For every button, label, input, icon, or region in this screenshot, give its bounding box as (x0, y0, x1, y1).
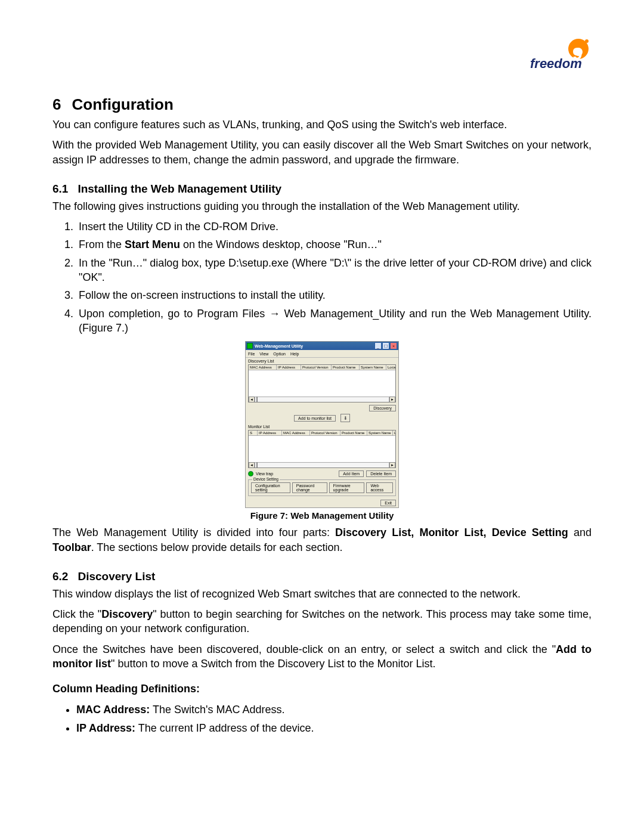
subsection-heading-6-2: 6.2Discovery List (52, 570, 592, 583)
column-definitions-list: MAC Address: The Switch's MAC Address. I… (52, 702, 592, 736)
scroll-left-icon[interactable]: ◄ (249, 397, 255, 402)
close-button[interactable]: × (390, 342, 397, 349)
paragraph: Once the Switches have been discovered, … (52, 642, 592, 671)
monitor-hscrollbar[interactable]: ◄ ► (249, 462, 395, 467)
paragraph: This window displays the list of recogni… (52, 587, 592, 601)
subsection-number: 6.1 (52, 182, 68, 195)
figure-7: Web-Management Utility _ ☐ × File View O… (52, 341, 592, 521)
firmware-upgrade-button[interactable]: Firmware upgrade (329, 482, 365, 493)
add-down-icon[interactable]: ⬇ (340, 414, 350, 422)
monitor-list[interactable]: S IP Address MAC Address Protocol Versio… (248, 430, 396, 468)
discovery-button[interactable]: Discovery (369, 405, 396, 411)
device-setting-label: Device Setting (252, 477, 280, 481)
paragraph: With the provided Web Management Utility… (52, 138, 592, 167)
discovery-list-label: Discovery List (246, 358, 398, 363)
web-management-utility-window: Web-Management Utility _ ☐ × File View O… (245, 341, 399, 508)
scroll-right-icon[interactable]: ► (389, 462, 395, 468)
discovery-hscrollbar[interactable]: ◄ ► (249, 397, 395, 402)
menubar: File View Option Help (246, 350, 398, 358)
monitor-list-header: S IP Address MAC Address Protocol Versio… (249, 431, 395, 436)
subsection-number: 6.2 (52, 570, 68, 583)
list-item: Insert the Utility CD in the CD-ROM Driv… (76, 219, 592, 234)
password-change-button[interactable]: Password change (292, 482, 327, 493)
brand-logo: freedom 9 (502, 36, 592, 80)
subsection-heading-6-1: 6.1Installing the Web Management Utility (52, 182, 592, 196)
maximize-button[interactable]: ☐ (382, 342, 389, 349)
install-steps-list: Insert the Utility CD in the CD-ROM Driv… (52, 219, 592, 335)
figure-caption: Figure 7: Web Management Utility (250, 510, 394, 521)
subsection-title: Discovery List (78, 570, 155, 583)
section-number: 6 (52, 95, 61, 113)
column-heading-definitions-title: Column Heading Definitions: (52, 682, 592, 696)
discovery-list[interactable]: MAC Address IP Address Protocol Version … (248, 364, 396, 402)
minimize-button[interactable]: _ (374, 342, 382, 349)
exit-button[interactable]: Exit (380, 500, 396, 506)
view-trap-label[interactable]: View trap (256, 472, 273, 476)
app-icon (247, 343, 253, 349)
device-setting-group: Device Setting Configuration setting Pas… (248, 479, 396, 496)
page: freedom 9 6Configuration You can configu… (0, 0, 644, 833)
configuration-setting-button[interactable]: Configuration setting (251, 482, 290, 493)
web-access-button[interactable]: Web access (366, 482, 393, 493)
list-item: IP Address: The current IP address of th… (76, 721, 592, 736)
paragraph: You can configure features such as VLANs… (52, 117, 592, 132)
add-to-monitor-list-button[interactable]: Add to monitor list (294, 415, 336, 422)
window-titlebar: Web-Management Utility _ ☐ × (246, 342, 398, 350)
paragraph: The following gives instructions guiding… (52, 199, 592, 213)
menu-view[interactable]: View (259, 352, 268, 356)
list-item: In the "Run…" dialog box, type D:\setup.… (76, 256, 592, 285)
section-title: Configuration (72, 95, 173, 113)
paragraph: The Web Management Utility is divided in… (52, 525, 592, 555)
document-content: 6Configuration You can configure feature… (52, 95, 592, 736)
monitor-list-label: Monitor List (246, 423, 398, 429)
section-heading-6: 6Configuration (52, 95, 592, 114)
trap-status-icon (248, 471, 253, 476)
add-item-button[interactable]: Add Item (339, 470, 364, 477)
list-item: From the Start Menu on the Windows deskt… (76, 237, 592, 252)
scroll-left-icon[interactable]: ◄ (249, 462, 255, 468)
svg-point-2 (585, 39, 589, 43)
subsection-title: Installing the Web Management Utility (78, 182, 281, 195)
scroll-right-icon[interactable]: ► (389, 397, 395, 402)
menu-file[interactable]: File (248, 352, 255, 356)
list-item: Upon completion, go to Program Files → W… (76, 306, 592, 336)
window-title: Web-Management Utility (255, 344, 303, 348)
menu-help[interactable]: Help (290, 352, 299, 356)
discovery-list-header: MAC Address IP Address Protocol Version … (249, 365, 395, 370)
menu-option[interactable]: Option (273, 352, 286, 356)
list-item: MAC Address: The Switch's MAC Address. (76, 702, 592, 717)
list-item: Follow the on-screen instructions to ins… (76, 288, 592, 302)
delete-item-button[interactable]: Delete Item (366, 470, 396, 477)
paragraph: Click the "Discovery" button to begin se… (52, 607, 592, 636)
logo-accent-text: 9 (572, 44, 583, 63)
